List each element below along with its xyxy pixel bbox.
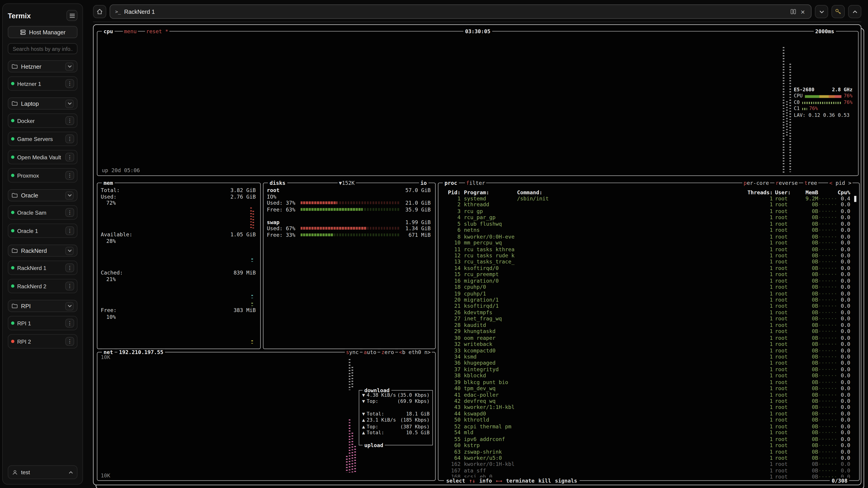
- process-row[interactable]: 14 ksoftirqd/0 1 root 0B 0.0: [438, 265, 859, 271]
- proc-scrollbar-thumb[interactable]: [854, 196, 857, 202]
- user-menu[interactable]: test: [8, 465, 78, 479]
- cpu-panel[interactable]: cpu menu reset * 03:30:05 2000ms E5-2680…: [97, 31, 859, 176]
- process-row[interactable]: 6 netns 1 root 0B 0.0: [438, 227, 859, 233]
- process-mode-button[interactable]: per-core: [743, 180, 770, 186]
- process-row[interactable]: 55 ipv6_addrconf 1 root 0B 0.0: [438, 436, 859, 442]
- process-row[interactable]: 3 rcu_gp 1 root 0B 0.0: [438, 208, 859, 215]
- menu-button[interactable]: menu: [123, 28, 138, 34]
- host-manager-button[interactable]: Host Manager: [8, 26, 78, 38]
- filter-button[interactable]: filter: [465, 180, 486, 186]
- panel-down-button[interactable]: [815, 5, 828, 18]
- host-menu-button[interactable]: [65, 79, 74, 88]
- host-item[interactable]: Docker: [8, 113, 78, 128]
- host-item[interactable]: Open Media Vault: [8, 150, 78, 164]
- footer-hint[interactable]: info: [479, 477, 492, 484]
- process-row[interactable]: 28 kauditd 1 root 0B 0.0: [438, 322, 859, 328]
- host-item[interactable]: RPI 2: [8, 334, 78, 349]
- process-row[interactable]: 16 migration/0 1 root 0B 0.0: [438, 278, 859, 284]
- process-row[interactable]: 8 kworker/0:0H-eve 1 root 0B 0.0: [438, 233, 859, 240]
- panel-up-button[interactable]: [848, 5, 862, 18]
- split-view-icon[interactable]: [791, 9, 796, 14]
- process-row[interactable]: 21 ksoftirqd/1 1 root 0B 0.0: [438, 303, 859, 309]
- network-toggle[interactable]: <b eth0 n>: [398, 349, 432, 355]
- process-row[interactable]: 27 inet_frag_wq 1 root 0B 0.0: [438, 316, 859, 322]
- process-row[interactable]: 4 rcu_par_gp 1 root 0B 0.0: [438, 215, 859, 221]
- process-row[interactable]: 19 cpuhp/1 1 root 0B 0.0: [438, 290, 859, 297]
- host-menu-button[interactable]: [65, 208, 74, 217]
- host-item[interactable]: Oracle 1: [8, 223, 78, 238]
- host-item[interactable]: RPI 1: [8, 316, 78, 330]
- process-row[interactable]: 44 kswapd0 1 root 0B 0.0: [438, 411, 859, 417]
- network-toggle[interactable]: auto: [363, 349, 377, 355]
- col-command[interactable]: Command:: [517, 189, 747, 196]
- process-row[interactable]: 43 kworker/1:1H-kbl 1 root 0B 0.0: [438, 404, 859, 411]
- disks-panel[interactable]: disks ▼152K io root57.0 GiB IO% Used: 37…: [263, 183, 436, 349]
- folder-collapse-button[interactable]: [65, 99, 74, 108]
- process-row[interactable]: 26 kdevtmpfs 1 root 0B 0.0: [438, 309, 859, 316]
- host-menu-button[interactable]: [65, 319, 74, 328]
- process-row[interactable]: 37 kintegrityd 1 root 0B 0.0: [438, 366, 859, 372]
- process-row[interactable]: 32 writeback 1 root 0B 0.0: [438, 341, 859, 347]
- host-menu-button[interactable]: [65, 134, 74, 143]
- host-item[interactable]: RackNerd 2: [8, 279, 78, 293]
- process-row[interactable]: 38 kblockd 1 root 0B 0.0: [438, 372, 859, 379]
- col-pid[interactable]: Pid:: [442, 189, 460, 196]
- process-row[interactable]: 30 oom_reaper 1 root 0B 0.0: [438, 335, 859, 341]
- hamburger-menu-button[interactable]: [66, 10, 78, 21]
- col-user[interactable]: User:: [775, 189, 792, 196]
- refresh-interval[interactable]: 2000ms: [813, 28, 836, 34]
- process-row[interactable]: 63 zswap-shrink 1 root 0B 0.0: [438, 449, 859, 455]
- reset-button[interactable]: reset *: [145, 28, 169, 34]
- folder-header[interactable]: RackNerd: [8, 245, 78, 257]
- process-row[interactable]: 29 khungtaskd 1 root 0B 0.0: [438, 328, 859, 335]
- process-row[interactable]: 162 kworker/0:1H-kbl 1 root 0B 0.0: [438, 461, 859, 467]
- col-program[interactable]: Program:: [464, 189, 515, 196]
- process-row[interactable]: 5 slub_flushwq 1 root 0B 0.0: [438, 221, 859, 227]
- process-row[interactable]: 15 rcu_preempt 1 root 0B 0.0: [438, 271, 859, 278]
- process-mode-button[interactable]: reverse: [774, 180, 799, 186]
- process-row[interactable]: 50 kthrotld 1 root 0B 0.0: [438, 417, 859, 423]
- network-panel[interactable]: net 192.210.197.55 syncautozero<b eth0 n…: [97, 352, 436, 481]
- process-row[interactable]: 39 blkcg_punt_bio 1 root 0B 0.0: [438, 379, 859, 385]
- process-panel[interactable]: proc filter per-corereversetree < pid > …: [438, 183, 860, 481]
- process-row[interactable]: 52 acpi_thermal_pm 1 root 0B 0.0: [438, 423, 859, 429]
- folder-collapse-button[interactable]: [65, 62, 74, 71]
- process-row[interactable]: 33 kcompactd0 1 root 0B 0.0: [438, 347, 859, 354]
- host-item[interactable]: RackNerd 1: [8, 260, 78, 275]
- host-item[interactable]: Proxmox: [8, 168, 78, 183]
- tab-racknerd-1[interactable]: RackNerd 1: [110, 4, 811, 19]
- host-menu-button[interactable]: [65, 226, 74, 235]
- host-menu-button[interactable]: [65, 337, 74, 346]
- disk-io-label[interactable]: io: [419, 180, 429, 186]
- process-row[interactable]: 13 rcu_tasks_trace_ 1 root 0B 0.0: [438, 259, 859, 265]
- folder-header[interactable]: Hetzner: [8, 60, 78, 72]
- process-row[interactable]: 20 migration/1 1 root 0B 0.0: [438, 297, 859, 303]
- process-mode-button[interactable]: tree: [803, 180, 818, 186]
- process-row[interactable]: 18 cpuhp/0 1 root 0B 0.0: [438, 284, 859, 290]
- host-menu-button[interactable]: [65, 282, 74, 291]
- footer-hint[interactable]: ↑↓: [469, 477, 475, 484]
- footer-hint[interactable]: kill: [538, 477, 551, 484]
- process-row[interactable]: 11 rcu_tasks_kthrea 1 root 0B 0.0: [438, 246, 859, 252]
- process-row[interactable]: 54 mld 1 root 0B 0.0: [438, 429, 859, 436]
- process-row[interactable]: 1 systemd /sbin/init 1 root 9.2M 0.4: [438, 195, 859, 201]
- host-item[interactable]: Game Servers: [8, 132, 78, 146]
- network-toggle[interactable]: zero: [380, 349, 395, 355]
- folder-header[interactable]: RPI: [8, 300, 78, 312]
- host-item[interactable]: Hetzner 1: [8, 76, 78, 91]
- process-row[interactable]: 167 ata_sff 1 root 0B 0.0: [438, 467, 859, 474]
- folder-collapse-button[interactable]: [65, 302, 74, 310]
- process-row[interactable]: 36 khugepaged 1 root 0B 0.0: [438, 360, 859, 366]
- process-row[interactable]: 2 kthreadd 1 root 0B 0.0: [438, 202, 859, 208]
- process-row[interactable]: 10 mm_percpu_wq 1 root 0B 0.0: [438, 240, 859, 246]
- host-search-input[interactable]: [8, 43, 78, 54]
- host-menu-button[interactable]: [65, 153, 74, 162]
- process-row[interactable]: 41 edac-poller 1 root 0B 0.0: [438, 392, 859, 398]
- folder-collapse-button[interactable]: [65, 191, 74, 199]
- process-row[interactable]: 34 ksmd 1 root 0B 0.0: [438, 354, 859, 360]
- footer-hint[interactable]: signals: [555, 477, 577, 484]
- tab-close-button[interactable]: [800, 8, 806, 15]
- sort-selector[interactable]: < pid >: [828, 180, 852, 186]
- folder-collapse-button[interactable]: [65, 247, 74, 255]
- col-cpu[interactable]: Cpu%: [837, 189, 850, 196]
